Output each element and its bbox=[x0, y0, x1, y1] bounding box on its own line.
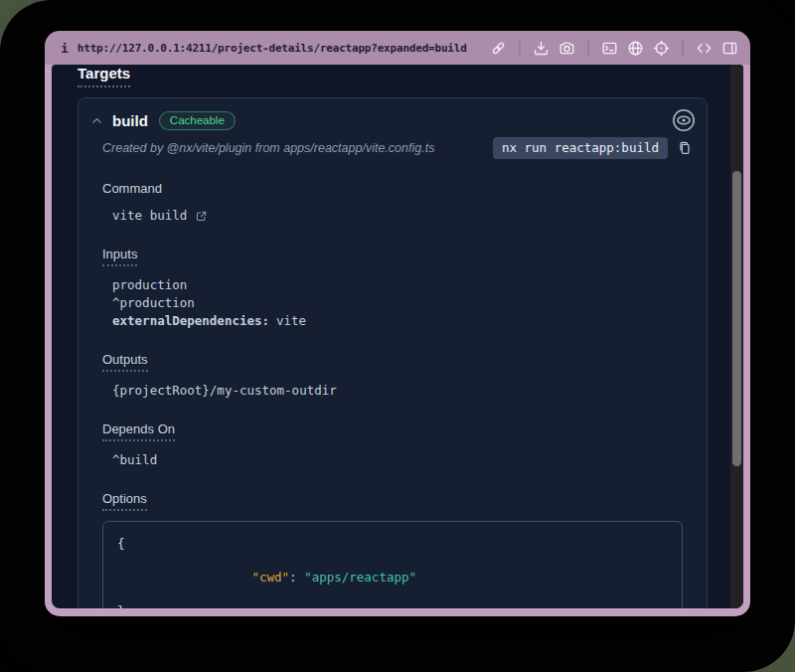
toolbar-separator bbox=[587, 41, 589, 56]
titlebar: i http://127.0.0.1:4211/project-details/… bbox=[45, 31, 750, 65]
created-by-text: Created by @nx/vite/plugin from apps/rea… bbox=[102, 141, 434, 155]
copy-icon[interactable] bbox=[677, 140, 693, 156]
scrollbar-track[interactable] bbox=[730, 65, 743, 608]
download-tray-icon[interactable] bbox=[533, 40, 550, 57]
depends-on-label: Depends On bbox=[102, 421, 175, 441]
toolbar-separator bbox=[519, 41, 521, 56]
titlebar-toolbar bbox=[490, 40, 738, 57]
outputs-label: Outputs bbox=[102, 352, 148, 372]
input-item: externalDependencies: vite bbox=[112, 312, 683, 330]
crosshair-icon[interactable] bbox=[653, 40, 670, 57]
build-card-header[interactable]: build Cacheable bbox=[79, 98, 707, 133]
scrollbar-thumb[interactable] bbox=[732, 171, 741, 466]
page-content: Targets build Cacheable bbox=[52, 65, 743, 608]
run-command-chip: nx run reactapp:build bbox=[493, 137, 668, 159]
command-label: Command bbox=[102, 181, 162, 196]
terminal-icon[interactable] bbox=[601, 40, 618, 57]
target-sections: Command vite build bbox=[79, 159, 707, 608]
cacheable-badge: Cacheable bbox=[159, 111, 236, 130]
code-icon[interactable] bbox=[696, 40, 713, 57]
input-item: production bbox=[112, 276, 683, 294]
json-string: "apps/reactapp" bbox=[304, 570, 416, 585]
depends-on-item: ^build bbox=[112, 451, 683, 469]
input-item: ^production bbox=[112, 294, 683, 312]
external-link-icon[interactable] bbox=[195, 210, 208, 223]
options-section: Options { "cwd": "apps/reactapp" } bbox=[102, 489, 683, 608]
output-item: {projectRoot}/my-custom-outdir bbox=[112, 382, 683, 400]
sidebar-icon[interactable] bbox=[721, 40, 738, 57]
inputs-label: Inputs bbox=[102, 247, 137, 266]
depends-on-section: Depends On ^build bbox=[102, 420, 683, 469]
command-section: Command vite build bbox=[102, 179, 683, 225]
project-details-page: Targets build Cacheable bbox=[52, 65, 730, 608]
chevron-up-icon[interactable] bbox=[90, 114, 103, 127]
view-target-eye-button[interactable] bbox=[671, 107, 697, 133]
options-label: Options bbox=[102, 491, 147, 511]
created-by-row: Created by @nx/vite/plugin from apps/rea… bbox=[79, 133, 707, 159]
globe-icon[interactable] bbox=[627, 40, 644, 57]
targets-heading: Targets bbox=[78, 65, 130, 87]
target-name: build bbox=[112, 112, 148, 129]
info-icon: i bbox=[61, 41, 69, 56]
camera-icon[interactable] bbox=[558, 40, 575, 57]
toolbar-separator bbox=[682, 41, 684, 56]
outputs-section: Outputs {projectRoot}/my-custom-outdir bbox=[102, 350, 683, 400]
url-field[interactable]: http://127.0.0.1:4211/project-details/re… bbox=[78, 42, 467, 55]
options-code-block: { "cwd": "apps/reactapp" } bbox=[102, 521, 683, 608]
target-card-build: build Cacheable Created by @nx/vite/plug… bbox=[78, 97, 708, 608]
browser-window: i http://127.0.0.1:4211/project-details/… bbox=[45, 31, 750, 616]
json-key: "cwd" bbox=[251, 570, 289, 585]
command-value: vite build bbox=[112, 207, 187, 225]
inputs-section: Inputs production ^production externalDe… bbox=[102, 245, 683, 330]
link-icon[interactable] bbox=[490, 40, 507, 57]
